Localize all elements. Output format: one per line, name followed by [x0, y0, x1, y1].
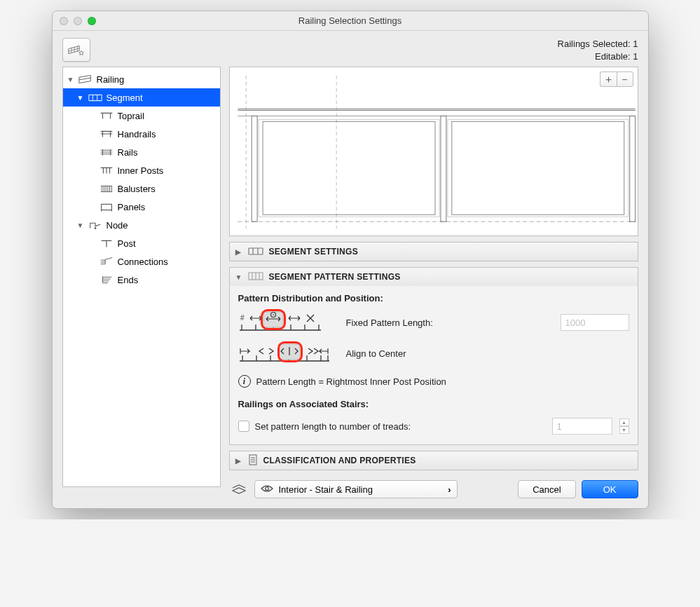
section-title: CLASSIFICATION AND PROPERTIES	[263, 456, 416, 465]
connections-icon	[98, 256, 115, 267]
tree-rails[interactable]: Rails	[63, 143, 220, 161]
segment-pattern-body: Pattern Distribution and Position: #	[230, 286, 638, 444]
classification-section: ▶ CLASSIFICATION AND PROPERTIES	[229, 451, 638, 470]
favorites-button[interactable]	[62, 38, 90, 62]
dialog-header: Railings Selected: 1 Editable: 1	[53, 31, 648, 67]
treads-stepper[interactable]: ▲▼	[619, 418, 629, 434]
svg-point-16	[265, 486, 268, 490]
segment-settings-icon	[248, 246, 263, 258]
rails-icon	[98, 146, 115, 158]
tree-node[interactable]: ▼ Node	[63, 216, 220, 234]
segment-settings-section: ▶ SEGMENT SETTINGS	[229, 242, 638, 261]
disclosure-triangle-icon[interactable]: ▼	[77, 221, 84, 229]
tree-label: Railing	[97, 74, 125, 85]
disclosure-triangle-icon[interactable]: ▼	[77, 94, 84, 102]
tree-label: Inner Posts	[118, 165, 164, 176]
treads-label: Set pattern length to number of treads:	[255, 421, 411, 432]
document-icon	[248, 454, 258, 468]
svg-rect-2	[232, 67, 635, 236]
pattern-position-row: Align to Center	[238, 341, 629, 365]
eye-icon	[261, 484, 273, 495]
tree-label: Ends	[118, 275, 139, 285]
node-icon	[87, 219, 104, 231]
stairs-heading: Railings on Associated Stairs:	[238, 399, 629, 409]
segment-preview[interactable]: ＋ －	[229, 67, 638, 236]
tree-inner-posts[interactable]: Inner Posts	[63, 161, 220, 179]
post-icon	[98, 238, 115, 249]
dialog-footer: Interior - Stair & Railing › Cancel OK	[229, 476, 638, 498]
chevron-right-icon: ›	[448, 484, 451, 495]
preview-add-button[interactable]: ＋	[600, 71, 617, 87]
svg-point-1	[94, 227, 96, 229]
tree-label: Panels	[118, 202, 146, 212]
info-icon: i	[238, 375, 251, 388]
right-panel: ＋ －	[229, 67, 638, 498]
component-tree[interactable]: ▼ Railing ▼ Segment Toprail Handrails Ra…	[62, 67, 221, 487]
cancel-button[interactable]: Cancel	[518, 480, 575, 498]
pattern-icon	[248, 271, 263, 283]
layers-icon	[229, 482, 249, 497]
zoom-window-button[interactable]	[88, 17, 96, 25]
dialog-window: Railing Selection Settings Railings Sele…	[52, 11, 649, 509]
preview-drawing	[230, 67, 638, 236]
tree-balusters[interactable]: Balusters	[63, 179, 220, 198]
fixed-pattern-label: Fixed Pattern Length:	[346, 318, 433, 328]
svg-rect-0	[101, 204, 111, 210]
segment-pattern-header[interactable]: ▼ SEGMENT PATTERN SETTINGS	[230, 268, 638, 286]
pattern-distribution-row: # Fixed Pattern Length: 1000	[238, 311, 629, 334]
selected-count: Railings Selected: 1	[558, 38, 638, 50]
tree-label: Balusters	[118, 184, 156, 194]
segment-icon	[87, 92, 104, 103]
railing-star-icon	[67, 42, 86, 57]
tree-label: Node	[107, 220, 128, 231]
section-title: SEGMENT SETTINGS	[269, 247, 358, 257]
segment-settings-header[interactable]: ▶ SEGMENT SETTINGS	[230, 243, 638, 261]
disclosure-triangle-icon[interactable]: ▼	[235, 273, 242, 281]
align-label: Align to Center	[346, 348, 406, 359]
preview-remove-button[interactable]: －	[617, 71, 633, 87]
panels-icon	[98, 201, 115, 212]
minimize-window-button[interactable]	[74, 17, 82, 25]
ends-icon	[98, 274, 115, 285]
pattern-info-text: Pattern Length = Rightmost Inner Post Po…	[256, 376, 446, 387]
treads-row: Set pattern length to number of treads: …	[238, 418, 629, 435]
tree-label: Handrails	[118, 129, 156, 139]
disclosure-triangle-icon[interactable]: ▶	[235, 457, 242, 465]
treads-checkbox[interactable]	[238, 421, 249, 432]
classification-header[interactable]: ▶ CLASSIFICATION AND PROPERTIES	[230, 451, 638, 470]
tree-post[interactable]: Post	[63, 234, 220, 252]
handrails-icon	[98, 128, 115, 139]
segment-pattern-section: ▼ SEGMENT PATTERN SETTINGS Pattern Distr…	[229, 267, 638, 445]
disclosure-triangle-icon[interactable]: ▼	[67, 76, 74, 83]
selection-info: Railings Selected: 1 Editable: 1	[558, 38, 638, 62]
distribution-selector[interactable]: #	[238, 311, 322, 334]
tree-railing[interactable]: ▼ Railing	[63, 70, 220, 88]
close-window-button[interactable]	[60, 17, 68, 25]
tree-toprail[interactable]: Toprail	[63, 107, 220, 125]
tree-connections[interactable]: Connections	[63, 252, 220, 271]
tree-handrails[interactable]: Handrails	[63, 125, 220, 143]
window-title: Railing Selection Settings	[53, 15, 648, 26]
pattern-info-row: i Pattern Length = Rightmost Inner Post …	[238, 375, 629, 388]
tree-label: Connections	[118, 257, 168, 267]
railing-icon	[77, 74, 94, 85]
toprail-icon	[98, 110, 115, 121]
layer-name: Interior - Stair & Railing	[279, 484, 373, 495]
tree-label: Segment	[107, 93, 143, 103]
titlebar: Railing Selection Settings	[53, 11, 648, 31]
window-controls	[60, 17, 96, 25]
tree-label: Rails	[118, 147, 138, 158]
treads-input[interactable]: 1	[552, 418, 612, 435]
ok-button[interactable]: OK	[582, 480, 638, 498]
fixed-pattern-input[interactable]: 1000	[561, 314, 629, 331]
editable-count: Editable: 1	[558, 50, 638, 63]
balusters-icon	[98, 183, 115, 194]
pattern-heading: Pattern Distribution and Position:	[238, 293, 629, 304]
disclosure-triangle-icon[interactable]: ▶	[235, 248, 242, 256]
tree-panels[interactable]: Panels	[63, 198, 220, 216]
tree-ends[interactable]: Ends	[63, 271, 220, 289]
position-selector[interactable]	[238, 341, 331, 365]
inner-posts-icon	[98, 165, 115, 176]
tree-segment[interactable]: ▼ Segment	[63, 88, 220, 107]
layer-selector[interactable]: Interior - Stair & Railing ›	[254, 480, 458, 498]
